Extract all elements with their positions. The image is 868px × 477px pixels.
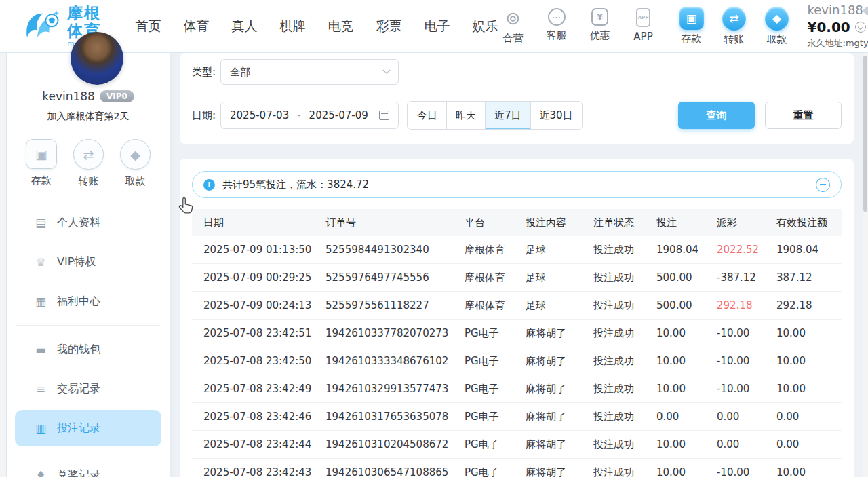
cell-platform: 摩根体育 [465, 299, 526, 312]
type-filter-label: 类型: [192, 66, 220, 79]
date-range-input[interactable]: 2025-07-03 - 2025-07-09 [220, 102, 399, 129]
quick-link-label: 合营 [503, 32, 524, 45]
sidebar-item-welfare[interactable]: ▦ 福利中心 [7, 282, 170, 321]
reset-button[interactable]: 重置 [765, 102, 842, 129]
quick-link-label: APP [633, 31, 652, 43]
table-row: 2025-07-08 23:42:46 1942610317653635078 … [192, 403, 842, 431]
filters-card: 类型: 全部 日期: 2025-07-03 - 2025-07-09 今日昨天近… [180, 53, 854, 144]
cell-payout: 292.18 [717, 299, 776, 311]
calendar-icon [379, 111, 389, 120]
cell-platform: PG电子 [465, 438, 526, 451]
sidebar-avatar[interactable] [71, 32, 123, 85]
nav-item[interactable]: 体育 [184, 18, 210, 35]
cell-order-id: 1942610306547108865 [326, 466, 465, 477]
cell-valid-bet: 10.00 [776, 383, 842, 395]
bet-records-table: 日期订单号平台投注内容注单状态投注派彩有效投注额 2025-07-09 01:1… [192, 209, 842, 477]
cell-date: 2025-07-09 00:29:25 [203, 271, 326, 284]
welfare-icon: ▦ [34, 294, 47, 308]
range-last-7-days[interactable]: 近7日 [485, 102, 530, 129]
type-select[interactable]: 全部 [220, 59, 399, 85]
range-yesterday[interactable]: 昨天 [446, 102, 485, 129]
table-header-cell: 日期 [203, 216, 326, 229]
quick-link-app[interactable]: APP APP [629, 8, 658, 45]
cell-platform: PG电子 [465, 383, 526, 396]
balance-dropdown-icon[interactable] [855, 22, 866, 33]
search-button[interactable]: 查询 [678, 102, 755, 129]
cell-payout: 2022.52 [717, 244, 776, 256]
cell-bet-amount: 1908.04 [656, 244, 717, 256]
menu-divider [16, 325, 160, 326]
nav-item[interactable]: 电子 [425, 18, 450, 35]
wallet-action-withdraw[interactable]: ◆ 取款 [762, 7, 793, 46]
cell-platform: PG电子 [465, 466, 526, 477]
menu-divider [16, 451, 160, 451]
nav-item[interactable]: 彩票 [376, 18, 402, 35]
table-row: 2025-07-08 23:42:50 1942610333348676102 … [192, 347, 842, 375]
nav-item[interactable]: 娱乐 [473, 18, 498, 35]
cell-status: 投注成功 [593, 244, 656, 256]
table-header-cell: 平台 [465, 216, 526, 229]
partnership-icon: ⊚ [505, 8, 521, 28]
sidebar-vip-badge: VIP0 [100, 90, 134, 102]
deposit-icon: ▣ [679, 7, 704, 30]
cell-bet-content: 麻将胡了 [526, 383, 593, 396]
balance-amount: ¥0.00 [808, 19, 850, 35]
results-card: 共计95笔投注，流水：3824.72 日期订单号平台投注内容注单状态投注派彩有效… [180, 159, 854, 477]
cell-valid-bet: 292.18 [776, 299, 842, 311]
cell-valid-bet: 1908.04 [776, 244, 842, 256]
wallet-action-label: 存款 [682, 33, 702, 45]
quick-link-partnership[interactable]: ⊚ 合营 [498, 8, 528, 45]
wallet-action-transfer[interactable]: ⇄ 转账 [719, 7, 750, 46]
table-header-cell: 投注内容 [526, 216, 593, 229]
header-wallet-actions: ▣ 存款 ⇄ 转账 ◆ 取款 [676, 7, 793, 46]
main-content: 类型: 全部 日期: 2025-07-03 - 2025-07-09 今日昨天近… [180, 53, 854, 477]
sidebar-username: kevin188 [42, 90, 95, 103]
wallet-action-deposit[interactable]: ▣ 存款 [676, 7, 707, 46]
nav-item[interactable]: 电竞 [328, 18, 354, 35]
wallet-action-deposit[interactable]: ▣ 存款 [26, 139, 57, 188]
wallet-action-withdraw[interactable]: ◆ 取款 [120, 139, 151, 188]
chevron-down-icon [382, 66, 390, 74]
quick-link-customer-service[interactable]: ⋯ 客服 [542, 8, 572, 45]
transfer-icon: ⇄ [73, 139, 104, 170]
sidebar-item-redeem-records[interactable]: ♦ 兑奖记录 [7, 455, 170, 477]
table-header-cell: 有效投注额 [776, 216, 842, 229]
cell-order-id: 5255976497745556 [326, 271, 465, 284]
cell-platform: PG电子 [465, 327, 526, 340]
date-separator: - [297, 109, 300, 121]
scrollbar [863, 53, 868, 477]
table-row: 2025-07-08 23:42:43 1942610306547108865 … [192, 459, 842, 477]
nav-item[interactable]: 真人 [232, 18, 258, 35]
expand-plus-icon[interactable] [816, 178, 830, 192]
nav-item[interactable]: 首页 [136, 18, 161, 35]
table-header-row: 日期订单号平台投注内容注单状态投注派彩有效投注额 [192, 209, 842, 236]
date-start-value: 2025-07-03 [230, 109, 289, 121]
cell-platform: 摩根体育 [465, 271, 526, 284]
menu-label: 兑奖记录 [57, 468, 100, 477]
cell-platform: PG电子 [465, 411, 526, 423]
sidebar-item-my-wallet[interactable]: ▬ 我的钱包 [7, 330, 170, 369]
range-today[interactable]: 今日 [408, 102, 446, 129]
quick-link-label: 优惠 [590, 29, 610, 42]
cell-date: 2025-07-08 23:42:43 [203, 466, 326, 477]
table-row: 2025-07-08 23:42:44 1942610310204508672 … [192, 431, 842, 459]
sidebar-item-profile[interactable]: ▤ 个人资料 [7, 203, 170, 242]
quick-link-promotions[interactable]: ¥ 优惠 [585, 8, 615, 45]
range-last-30-days[interactable]: 近30日 [530, 102, 582, 129]
wallet-action-transfer[interactable]: ⇄ 转账 [73, 139, 104, 188]
cell-valid-bet: 10.00 [776, 327, 842, 339]
menu-label: 个人资料 [57, 216, 100, 230]
table-row: 2025-07-08 23:42:51 1942610337782070273 … [192, 320, 842, 347]
sidebar-item-transactions[interactable]: ≡ 交易记录 [7, 369, 170, 408]
sidebar-item-bet-records[interactable]: ▥ 投注记录 [15, 410, 161, 446]
sidebar-item-vip[interactable]: ♕ VIP特权 [7, 242, 170, 282]
cell-date: 2025-07-08 23:42:50 [203, 355, 326, 367]
cell-status: 投注成功 [593, 299, 656, 312]
vip-crown-icon: ♕ [34, 255, 47, 269]
deposit-icon: ▣ [26, 139, 57, 169]
scrollbar-thumb[interactable] [863, 56, 867, 212]
joined-days-text: 加入摩根体育第2天 [7, 111, 170, 123]
nav-item[interactable]: 棋牌 [280, 18, 306, 35]
cell-payout: -10.00 [717, 327, 776, 339]
cell-bet-content: 麻将胡了 [526, 355, 593, 368]
